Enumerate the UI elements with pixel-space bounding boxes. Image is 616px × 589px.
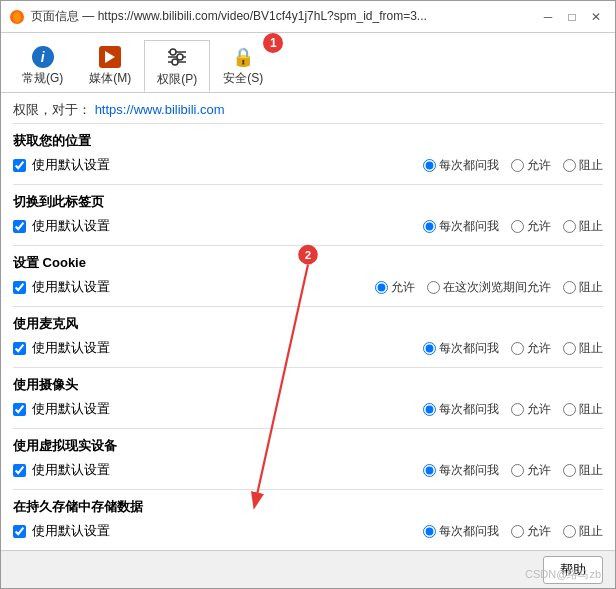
vr-checkbox-text: 使用默认设置 xyxy=(32,461,110,479)
section-vr: 使用虚拟现实设备 使用默认设置 每次都问我 允许 阻止 xyxy=(13,428,603,489)
tabs-area: i 常规(G) 媒体(M) xyxy=(1,33,615,93)
tab-security[interactable]: 🔒 安全(S) 1 xyxy=(210,40,276,92)
location-radio-group: 每次都问我 允许 阻止 xyxy=(423,157,603,174)
maximize-button[interactable]: □ xyxy=(561,6,583,28)
section-camera: 使用摄像头 使用默认设置 每次都问我 允许 阻止 xyxy=(13,367,603,428)
section-cookie: 设置 Cookie 使用默认设置 允许 在这次浏览期间允许 阻止 xyxy=(13,245,603,306)
location-checkbox[interactable] xyxy=(13,159,26,172)
section-storage-row: 使用默认设置 每次都问我 允许 阻止 xyxy=(13,520,603,542)
cookie-checkbox[interactable] xyxy=(13,281,26,294)
vr-radio-allow[interactable]: 允许 xyxy=(511,462,551,479)
cookie-radio-allow[interactable]: 允许 xyxy=(375,279,415,296)
tab-media-label: 媒体(M) xyxy=(89,70,131,87)
cookie-radio-block[interactable]: 阻止 xyxy=(563,279,603,296)
cookie-radio-session[interactable]: 在这次浏览期间允许 xyxy=(427,279,551,296)
camera-radio-block[interactable]: 阻止 xyxy=(563,401,603,418)
storage-radio-allow[interactable]: 允许 xyxy=(511,523,551,540)
svg-point-5 xyxy=(177,54,183,60)
section-cookie-row: 使用默认设置 允许 在这次浏览期间允许 阻止 xyxy=(13,276,603,298)
title-text: 页面信息 — https://www.bilibili.com/video/BV… xyxy=(31,8,427,25)
tab-permissions-label: 权限(P) xyxy=(157,71,197,88)
vr-radio-block[interactable]: 阻止 xyxy=(563,462,603,479)
info-icon: i xyxy=(32,46,54,68)
minimize-button[interactable]: ─ xyxy=(537,6,559,28)
microphone-checkbox-label[interactable]: 使用默认设置 xyxy=(13,339,110,357)
scroll-area[interactable]: 2 获取您的位置 使用默认设置 每次都问 xyxy=(1,123,615,550)
storage-checkbox[interactable] xyxy=(13,525,26,538)
microphone-radio-allow[interactable]: 允许 xyxy=(511,340,551,357)
tab-permissions-icon xyxy=(165,45,189,69)
camera-checkbox-label[interactable]: 使用默认设置 xyxy=(13,400,110,418)
media-icon xyxy=(99,46,121,68)
microphone-radio-ask[interactable]: 每次都问我 xyxy=(423,340,499,357)
tab-permissions[interactable]: 权限(P) xyxy=(144,40,210,92)
section-camera-title: 使用摄像头 xyxy=(13,376,603,394)
tab-general-label: 常规(G) xyxy=(22,70,63,87)
section-camera-row: 使用默认设置 每次都问我 允许 阻止 xyxy=(13,398,603,420)
tab-security-icon: 🔒 xyxy=(231,45,255,68)
tab-switch-radio-block[interactable]: 阻止 xyxy=(563,218,603,235)
tab-switch-radio-allow[interactable]: 允许 xyxy=(511,218,551,235)
camera-checkbox[interactable] xyxy=(13,403,26,416)
tab-security-label: 安全(S) xyxy=(223,70,263,87)
close-button[interactable]: ✕ xyxy=(585,6,607,28)
svg-point-4 xyxy=(170,49,176,55)
vr-checkbox[interactable] xyxy=(13,464,26,477)
section-tab-switch-title: 切换到此标签页 xyxy=(13,193,603,211)
section-storage-title: 在持久存储中存储数据 xyxy=(13,498,603,516)
title-bar: 页面信息 — https://www.bilibili.com/video/BV… xyxy=(1,1,615,33)
window: 页面信息 — https://www.bilibili.com/video/BV… xyxy=(0,0,616,589)
content-area: 权限，对于： https://www.bilibili.com 2 获取您的位置 xyxy=(1,93,615,550)
help-button[interactable]: 帮助 xyxy=(543,556,603,584)
header-url[interactable]: https://www.bilibili.com xyxy=(95,102,225,117)
tab-switch-radio-ask[interactable]: 每次都问我 xyxy=(423,218,499,235)
storage-checkbox-label[interactable]: 使用默认设置 xyxy=(13,522,110,540)
section-vr-row: 使用默认设置 每次都问我 允许 阻止 xyxy=(13,459,603,481)
title-bar-left: 页面信息 — https://www.bilibili.com/video/BV… xyxy=(9,8,427,25)
vr-radio-ask[interactable]: 每次都问我 xyxy=(423,462,499,479)
location-radio-allow[interactable]: 允许 xyxy=(511,157,551,174)
cookie-checkbox-text: 使用默认设置 xyxy=(32,278,110,296)
storage-radio-group: 每次都问我 允许 阻止 xyxy=(423,523,603,540)
tab-switch-checkbox-label[interactable]: 使用默认设置 xyxy=(13,217,110,235)
header-label: 权限，对于： xyxy=(13,102,91,117)
location-radio-ask[interactable]: 每次都问我 xyxy=(423,157,499,174)
tab-general-icon: i xyxy=(31,45,55,68)
section-vr-title: 使用虚拟现实设备 xyxy=(13,437,603,455)
section-storage: 在持久存储中存储数据 使用默认设置 每次都问我 允许 阻止 xyxy=(13,489,603,550)
cookie-radio-group: 允许 在这次浏览期间允许 阻止 xyxy=(375,279,603,296)
section-tab-switch: 切换到此标签页 使用默认设置 每次都问我 允许 阻止 xyxy=(13,184,603,245)
camera-radio-group: 每次都问我 允许 阻止 xyxy=(423,401,603,418)
microphone-radio-block[interactable]: 阻止 xyxy=(563,340,603,357)
storage-radio-ask[interactable]: 每次都问我 xyxy=(423,523,499,540)
section-location-row: 使用默认设置 每次都问我 允许 阻止 xyxy=(13,154,603,176)
section-cookie-title: 设置 Cookie xyxy=(13,254,603,272)
window-controls: ─ □ ✕ xyxy=(537,6,607,28)
location-radio-block[interactable]: 阻止 xyxy=(563,157,603,174)
section-microphone-title: 使用麦克风 xyxy=(13,315,603,333)
tab-media[interactable]: 媒体(M) xyxy=(76,40,144,92)
location-checkbox-label[interactable]: 使用默认设置 xyxy=(13,156,110,174)
annotation-badge-1: 1 xyxy=(263,33,283,53)
tab-general[interactable]: i 常规(G) xyxy=(9,40,76,92)
permissions-icon xyxy=(165,45,189,69)
camera-checkbox-text: 使用默认设置 xyxy=(32,400,110,418)
section-location: 获取您的位置 使用默认设置 每次都问我 允许 阻止 xyxy=(13,123,603,184)
footer: 帮助 CSDN@络马zb xyxy=(1,550,615,588)
firefox-icon xyxy=(9,9,25,25)
tab-switch-checkbox[interactable] xyxy=(13,220,26,233)
microphone-checkbox[interactable] xyxy=(13,342,26,355)
section-location-title: 获取您的位置 xyxy=(13,132,603,150)
section-microphone: 使用麦克风 使用默认设置 每次都问我 允许 阻止 xyxy=(13,306,603,367)
content-header: 权限，对于： https://www.bilibili.com xyxy=(1,93,615,123)
cookie-checkbox-label[interactable]: 使用默认设置 xyxy=(13,278,110,296)
section-tab-switch-row: 使用默认设置 每次都问我 允许 阻止 xyxy=(13,215,603,237)
camera-radio-ask[interactable]: 每次都问我 xyxy=(423,401,499,418)
camera-radio-allow[interactable]: 允许 xyxy=(511,401,551,418)
lock-icon: 🔒 xyxy=(232,46,254,68)
location-checkbox-text: 使用默认设置 xyxy=(32,156,110,174)
microphone-radio-group: 每次都问我 允许 阻止 xyxy=(423,340,603,357)
vr-checkbox-label[interactable]: 使用默认设置 xyxy=(13,461,110,479)
storage-radio-block[interactable]: 阻止 xyxy=(563,523,603,540)
storage-checkbox-text: 使用默认设置 xyxy=(32,522,110,540)
